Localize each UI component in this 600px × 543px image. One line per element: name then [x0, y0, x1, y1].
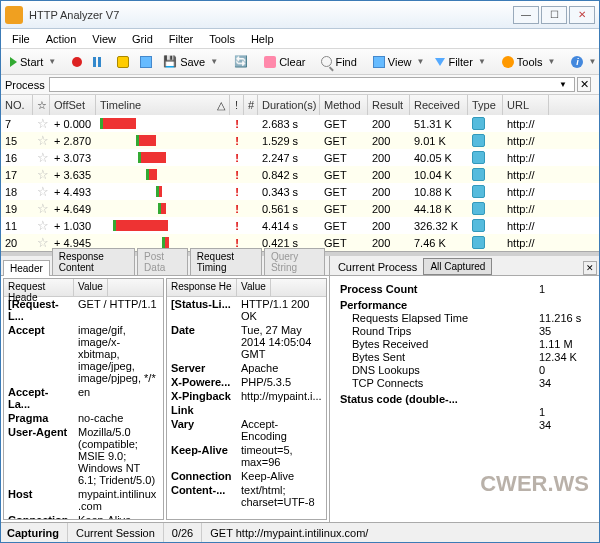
status-progress: 0/26 [164, 523, 202, 542]
gear-icon [502, 56, 514, 68]
col-duration[interactable]: Duration(s) [258, 95, 320, 115]
alert-icon: ! [235, 135, 239, 147]
window-title: HTTP Analyzer V7 [29, 9, 513, 21]
minimize-button[interactable]: — [513, 6, 539, 24]
clear-button[interactable]: Clear [259, 53, 310, 71]
table-row[interactable]: 15☆+ 2.870!1.529 sGET2009.01 Khttp:// [1, 132, 599, 149]
filter-button[interactable]: Filter▼ [430, 53, 490, 71]
tab-response-content[interactable]: Response Content [52, 248, 135, 275]
find-button[interactable]: Find [316, 53, 361, 71]
col-offset[interactable]: OffSet [50, 95, 96, 115]
status-session: Current Session [68, 523, 164, 542]
col-excl[interactable]: ! [230, 95, 244, 115]
status-request: GET http://mypaint.intilinux.com/ [202, 523, 593, 542]
alert-icon: ! [235, 169, 239, 181]
table-row[interactable]: 17☆+ 3.635!0.842 sGET20010.04 Khttp:// [1, 166, 599, 183]
folder-icon [117, 56, 129, 68]
pause-icon [93, 57, 101, 67]
col-method[interactable]: Method [320, 95, 368, 115]
request-headers-table: Request HeadeValue [Request-L...GET / HT… [3, 278, 164, 520]
current-process-label: Current Process [332, 259, 423, 275]
request-grid: NO. ☆ OffSet Timeline△ ! # Duration(s) M… [1, 95, 599, 252]
table-row[interactable]: 18☆+ 4.493!0.343 sGET20010.88 Khttp:// [1, 183, 599, 200]
type-icon [472, 185, 485, 198]
star-icon[interactable]: ☆ [37, 184, 49, 199]
type-icon [472, 117, 485, 130]
stop-icon [72, 57, 82, 67]
info-icon: i [571, 56, 583, 68]
col-url[interactable]: URL [503, 95, 549, 115]
alert-icon: ! [235, 118, 239, 130]
menu-tools[interactable]: Tools [202, 32, 242, 46]
tools-button[interactable]: Tools▼ [497, 53, 561, 71]
type-icon [472, 151, 485, 164]
tab-post-data[interactable]: Post Data [137, 248, 188, 275]
table-row[interactable]: 7☆+ 0.000!2.683 sGET20051.31 Khttp:// [1, 115, 599, 132]
alert-icon: ! [235, 186, 239, 198]
funnel-icon [435, 58, 445, 66]
open-button[interactable] [112, 53, 134, 71]
window-icon [140, 56, 152, 68]
start-button[interactable]: Start▼ [5, 53, 61, 71]
process-dropdown[interactable]: ▼ [49, 77, 575, 92]
toolbar: Start▼ 💾Save▼ 🔄 Clear Find View▼ Filter▼… [1, 49, 599, 75]
type-icon [472, 168, 485, 181]
col-no[interactable]: NO. [1, 95, 33, 115]
search-icon [321, 56, 332, 67]
menu-file[interactable]: File [5, 32, 37, 46]
star-icon[interactable]: ☆ [37, 167, 49, 182]
star-icon[interactable]: ☆ [37, 218, 49, 233]
stop-button[interactable] [67, 54, 87, 70]
all-captured-button[interactable]: All Captured [423, 258, 492, 275]
star-icon[interactable]: ☆ [37, 133, 49, 148]
save-button[interactable]: 💾Save▼ [158, 52, 223, 71]
menu-filter[interactable]: Filter [162, 32, 200, 46]
star-icon[interactable]: ☆ [37, 116, 49, 131]
col-received[interactable]: Received [410, 95, 468, 115]
app-icon [5, 6, 23, 24]
close-button[interactable]: ✕ [569, 6, 595, 24]
col-star[interactable]: ☆ [33, 95, 50, 115]
table-row[interactable]: 16☆+ 3.073!2.247 sGET20040.05 Khttp:// [1, 149, 599, 166]
table-row[interactable]: 19☆+ 4.649!0.561 sGET20044.18 Khttp:// [1, 200, 599, 217]
type-icon [472, 219, 485, 232]
panel-close[interactable]: ✕ [583, 261, 597, 275]
menu-action[interactable]: Action [39, 32, 84, 46]
menu-grid[interactable]: Grid [125, 32, 160, 46]
view-button[interactable]: View▼ [368, 53, 430, 71]
alert-icon: ! [235, 237, 239, 249]
maximize-button[interactable]: ☐ [541, 6, 567, 24]
col-timeline[interactable]: Timeline△ [96, 95, 230, 115]
new-button[interactable] [135, 53, 157, 71]
play-icon [10, 57, 17, 67]
col-type[interactable]: Type [468, 95, 503, 115]
col-result[interactable]: Result [368, 95, 410, 115]
process-close[interactable]: ✕ [577, 77, 591, 92]
alert-icon: ! [235, 152, 239, 164]
pause-button[interactable] [88, 54, 106, 70]
status-capturing: Capturing [7, 523, 68, 542]
refresh-button[interactable]: 🔄 [229, 52, 253, 71]
table-row[interactable]: 11☆+ 1.030!4.414 sGET200326.32 Khttp:// [1, 217, 599, 234]
status-bar: Capturing Current Session 0/26 GET http:… [1, 522, 599, 542]
tab-header[interactable]: Header [3, 260, 50, 276]
type-icon [472, 236, 485, 249]
tab-query-string[interactable]: Query String [264, 248, 325, 275]
tab-request-timing[interactable]: Request Timing [190, 248, 262, 275]
menu-view[interactable]: View [85, 32, 123, 46]
star-icon[interactable]: ☆ [37, 235, 49, 250]
col-hash[interactable]: # [244, 95, 258, 115]
alert-icon: ! [235, 220, 239, 232]
menu-bar: File Action View Grid Filter Tools Help [1, 29, 599, 49]
type-icon [472, 134, 485, 147]
process-label: Process [5, 79, 45, 91]
eraser-icon [264, 56, 276, 68]
watermark: CWER.WS [480, 471, 589, 497]
type-icon [472, 202, 485, 215]
response-headers-table: Response HeValue [Status-Li...HTTP/1.1 2… [166, 278, 327, 520]
star-icon[interactable]: ☆ [37, 150, 49, 165]
menu-help[interactable]: Help [244, 32, 281, 46]
info-button[interactable]: i▼ [566, 53, 600, 71]
view-icon [373, 56, 385, 68]
star-icon[interactable]: ☆ [37, 201, 49, 216]
